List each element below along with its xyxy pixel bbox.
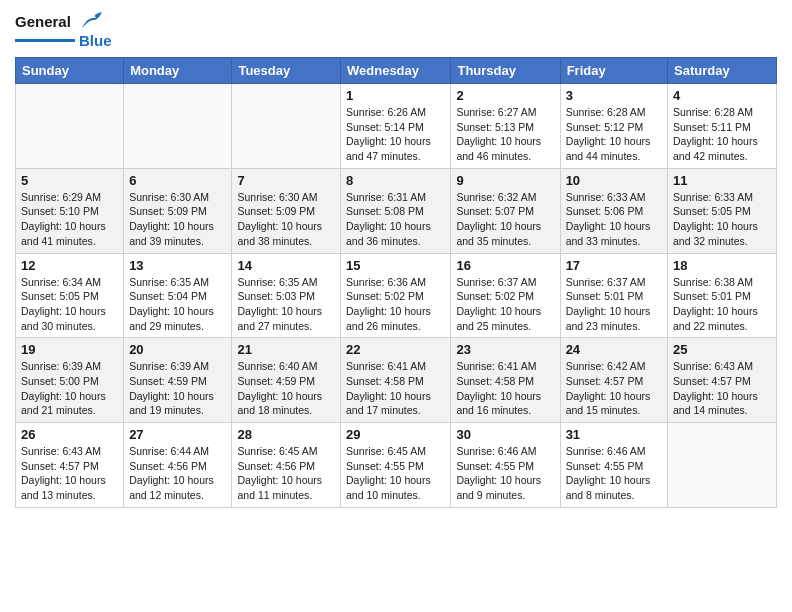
calendar-cell bbox=[232, 84, 341, 169]
day-info: Sunrise: 6:43 AM Sunset: 4:57 PM Dayligh… bbox=[673, 359, 771, 418]
day-info: Sunrise: 6:30 AM Sunset: 5:09 PM Dayligh… bbox=[129, 190, 226, 249]
calendar-cell: 28Sunrise: 6:45 AM Sunset: 4:56 PM Dayli… bbox=[232, 423, 341, 508]
calendar-cell bbox=[668, 423, 777, 508]
weekday-header-friday: Friday bbox=[560, 58, 667, 84]
day-info: Sunrise: 6:28 AM Sunset: 5:11 PM Dayligh… bbox=[673, 105, 771, 164]
calendar-table: SundayMondayTuesdayWednesdayThursdayFrid… bbox=[15, 57, 777, 508]
calendar-cell: 9Sunrise: 6:32 AM Sunset: 5:07 PM Daylig… bbox=[451, 168, 560, 253]
day-number: 17 bbox=[566, 258, 662, 273]
calendar-cell: 16Sunrise: 6:37 AM Sunset: 5:02 PM Dayli… bbox=[451, 253, 560, 338]
day-number: 9 bbox=[456, 173, 554, 188]
calendar-cell: 21Sunrise: 6:40 AM Sunset: 4:59 PM Dayli… bbox=[232, 338, 341, 423]
day-number: 23 bbox=[456, 342, 554, 357]
logo-text-blue: Blue bbox=[79, 32, 112, 49]
day-number: 7 bbox=[237, 173, 335, 188]
day-info: Sunrise: 6:33 AM Sunset: 5:06 PM Dayligh… bbox=[566, 190, 662, 249]
calendar-cell: 6Sunrise: 6:30 AM Sunset: 5:09 PM Daylig… bbox=[124, 168, 232, 253]
day-number: 8 bbox=[346, 173, 445, 188]
day-info: Sunrise: 6:42 AM Sunset: 4:57 PM Dayligh… bbox=[566, 359, 662, 418]
calendar-cell: 19Sunrise: 6:39 AM Sunset: 5:00 PM Dayli… bbox=[16, 338, 124, 423]
weekday-header-thursday: Thursday bbox=[451, 58, 560, 84]
day-number: 6 bbox=[129, 173, 226, 188]
day-info: Sunrise: 6:43 AM Sunset: 4:57 PM Dayligh… bbox=[21, 444, 118, 503]
calendar-cell: 14Sunrise: 6:35 AM Sunset: 5:03 PM Dayli… bbox=[232, 253, 341, 338]
calendar-cell: 27Sunrise: 6:44 AM Sunset: 4:56 PM Dayli… bbox=[124, 423, 232, 508]
day-info: Sunrise: 6:37 AM Sunset: 5:01 PM Dayligh… bbox=[566, 275, 662, 334]
day-info: Sunrise: 6:39 AM Sunset: 5:00 PM Dayligh… bbox=[21, 359, 118, 418]
day-number: 1 bbox=[346, 88, 445, 103]
day-info: Sunrise: 6:46 AM Sunset: 4:55 PM Dayligh… bbox=[456, 444, 554, 503]
day-info: Sunrise: 6:40 AM Sunset: 4:59 PM Dayligh… bbox=[237, 359, 335, 418]
day-number: 11 bbox=[673, 173, 771, 188]
day-info: Sunrise: 6:41 AM Sunset: 4:58 PM Dayligh… bbox=[456, 359, 554, 418]
calendar-header: SundayMondayTuesdayWednesdayThursdayFrid… bbox=[16, 58, 777, 84]
calendar-cell: 10Sunrise: 6:33 AM Sunset: 5:06 PM Dayli… bbox=[560, 168, 667, 253]
day-info: Sunrise: 6:32 AM Sunset: 5:07 PM Dayligh… bbox=[456, 190, 554, 249]
logo-bird-icon bbox=[74, 10, 104, 32]
weekday-header-tuesday: Tuesday bbox=[232, 58, 341, 84]
day-info: Sunrise: 6:27 AM Sunset: 5:13 PM Dayligh… bbox=[456, 105, 554, 164]
weekday-header-wednesday: Wednesday bbox=[341, 58, 451, 84]
calendar-cell: 17Sunrise: 6:37 AM Sunset: 5:01 PM Dayli… bbox=[560, 253, 667, 338]
day-number: 29 bbox=[346, 427, 445, 442]
day-number: 19 bbox=[21, 342, 118, 357]
day-info: Sunrise: 6:41 AM Sunset: 4:58 PM Dayligh… bbox=[346, 359, 445, 418]
calendar-cell: 25Sunrise: 6:43 AM Sunset: 4:57 PM Dayli… bbox=[668, 338, 777, 423]
day-number: 2 bbox=[456, 88, 554, 103]
calendar-cell: 18Sunrise: 6:38 AM Sunset: 5:01 PM Dayli… bbox=[668, 253, 777, 338]
calendar-week-4: 19Sunrise: 6:39 AM Sunset: 5:00 PM Dayli… bbox=[16, 338, 777, 423]
day-number: 18 bbox=[673, 258, 771, 273]
day-info: Sunrise: 6:35 AM Sunset: 5:03 PM Dayligh… bbox=[237, 275, 335, 334]
day-info: Sunrise: 6:45 AM Sunset: 4:55 PM Dayligh… bbox=[346, 444, 445, 503]
day-info: Sunrise: 6:28 AM Sunset: 5:12 PM Dayligh… bbox=[566, 105, 662, 164]
calendar-cell: 15Sunrise: 6:36 AM Sunset: 5:02 PM Dayli… bbox=[341, 253, 451, 338]
day-number: 30 bbox=[456, 427, 554, 442]
calendar-week-1: 1Sunrise: 6:26 AM Sunset: 5:14 PM Daylig… bbox=[16, 84, 777, 169]
calendar-cell: 23Sunrise: 6:41 AM Sunset: 4:58 PM Dayli… bbox=[451, 338, 560, 423]
calendar-week-3: 12Sunrise: 6:34 AM Sunset: 5:05 PM Dayli… bbox=[16, 253, 777, 338]
day-info: Sunrise: 6:44 AM Sunset: 4:56 PM Dayligh… bbox=[129, 444, 226, 503]
day-number: 27 bbox=[129, 427, 226, 442]
day-number: 15 bbox=[346, 258, 445, 273]
day-number: 20 bbox=[129, 342, 226, 357]
day-number: 16 bbox=[456, 258, 554, 273]
calendar-cell: 8Sunrise: 6:31 AM Sunset: 5:08 PM Daylig… bbox=[341, 168, 451, 253]
calendar-cell: 3Sunrise: 6:28 AM Sunset: 5:12 PM Daylig… bbox=[560, 84, 667, 169]
calendar-cell bbox=[16, 84, 124, 169]
calendar-cell: 26Sunrise: 6:43 AM Sunset: 4:57 PM Dayli… bbox=[16, 423, 124, 508]
page-header: General Blue bbox=[15, 10, 777, 49]
day-info: Sunrise: 6:26 AM Sunset: 5:14 PM Dayligh… bbox=[346, 105, 445, 164]
day-info: Sunrise: 6:31 AM Sunset: 5:08 PM Dayligh… bbox=[346, 190, 445, 249]
calendar-cell: 30Sunrise: 6:46 AM Sunset: 4:55 PM Dayli… bbox=[451, 423, 560, 508]
day-number: 22 bbox=[346, 342, 445, 357]
day-number: 5 bbox=[21, 173, 118, 188]
day-info: Sunrise: 6:37 AM Sunset: 5:02 PM Dayligh… bbox=[456, 275, 554, 334]
calendar-cell: 20Sunrise: 6:39 AM Sunset: 4:59 PM Dayli… bbox=[124, 338, 232, 423]
logo: General Blue bbox=[15, 10, 112, 49]
day-info: Sunrise: 6:38 AM Sunset: 5:01 PM Dayligh… bbox=[673, 275, 771, 334]
weekday-header-monday: Monday bbox=[124, 58, 232, 84]
calendar-week-2: 5Sunrise: 6:29 AM Sunset: 5:10 PM Daylig… bbox=[16, 168, 777, 253]
day-info: Sunrise: 6:35 AM Sunset: 5:04 PM Dayligh… bbox=[129, 275, 226, 334]
day-info: Sunrise: 6:29 AM Sunset: 5:10 PM Dayligh… bbox=[21, 190, 118, 249]
day-number: 10 bbox=[566, 173, 662, 188]
calendar-cell: 11Sunrise: 6:33 AM Sunset: 5:05 PM Dayli… bbox=[668, 168, 777, 253]
day-number: 26 bbox=[21, 427, 118, 442]
day-info: Sunrise: 6:30 AM Sunset: 5:09 PM Dayligh… bbox=[237, 190, 335, 249]
logo-text-general: General bbox=[15, 13, 71, 30]
calendar-cell: 13Sunrise: 6:35 AM Sunset: 5:04 PM Dayli… bbox=[124, 253, 232, 338]
day-number: 21 bbox=[237, 342, 335, 357]
calendar-cell: 22Sunrise: 6:41 AM Sunset: 4:58 PM Dayli… bbox=[341, 338, 451, 423]
calendar-cell: 5Sunrise: 6:29 AM Sunset: 5:10 PM Daylig… bbox=[16, 168, 124, 253]
weekday-header-saturday: Saturday bbox=[668, 58, 777, 84]
weekday-header-sunday: Sunday bbox=[16, 58, 124, 84]
calendar-cell: 4Sunrise: 6:28 AM Sunset: 5:11 PM Daylig… bbox=[668, 84, 777, 169]
day-number: 4 bbox=[673, 88, 771, 103]
day-info: Sunrise: 6:33 AM Sunset: 5:05 PM Dayligh… bbox=[673, 190, 771, 249]
day-number: 24 bbox=[566, 342, 662, 357]
day-number: 25 bbox=[673, 342, 771, 357]
calendar-cell: 24Sunrise: 6:42 AM Sunset: 4:57 PM Dayli… bbox=[560, 338, 667, 423]
day-number: 13 bbox=[129, 258, 226, 273]
day-number: 3 bbox=[566, 88, 662, 103]
day-info: Sunrise: 6:36 AM Sunset: 5:02 PM Dayligh… bbox=[346, 275, 445, 334]
